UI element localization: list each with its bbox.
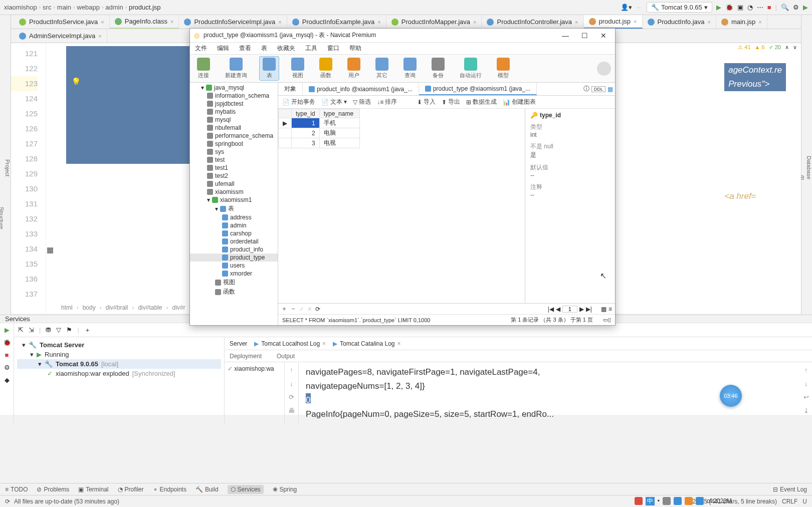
tray-app3[interactable] <box>685 497 693 505</box>
act-import[interactable]: ⬇导入 <box>417 98 436 106</box>
tray-dot[interactable]: • <box>658 497 660 504</box>
tool-query[interactable]: 查询 <box>400 57 420 80</box>
nvtab-objects[interactable]: 对象 <box>278 83 303 95</box>
tab-productinfo[interactable]: ProductInfo.java× <box>643 15 716 29</box>
btn-event-log[interactable]: ⊟ Event Log <box>773 486 807 493</box>
act-gendata[interactable]: ⊞数据生成 <box>466 98 497 106</box>
btn-build[interactable]: 🔨 Build <box>195 486 219 493</box>
db-node-jspjdbctest[interactable]: jspjdbctest <box>190 100 278 108</box>
profile-icon[interactable]: ◔ <box>747 4 753 11</box>
grid-icon[interactable]: ▦ <box>605 86 615 93</box>
db-node-视图[interactable]: 视图 <box>190 278 278 287</box>
bc-2[interactable]: main <box>57 4 71 11</box>
ide-run-icon[interactable]: ▶ <box>803 4 808 11</box>
ddl-icon[interactable]: DDL <box>591 86 605 92</box>
tool-backup[interactable]: 备份 <box>429 57 448 80</box>
navicat-db-tree[interactable]: ▾ java_mysql information_schema jspjdbct… <box>190 83 278 325</box>
db-node-xiaomissm[interactable]: xiaomissm <box>190 188 278 196</box>
bc-1[interactable]: src <box>43 4 51 11</box>
filter-icon[interactable]: ⛃ <box>46 326 51 334</box>
db-node-xiaomissm1[interactable]: ▾ xiaomissm1 <box>190 196 278 204</box>
form-view-icon[interactable]: ≡ <box>608 306 612 313</box>
floating-clock-badge[interactable]: 03:46 <box>720 385 742 407</box>
sync-icon[interactable]: ⟳ <box>5 498 10 505</box>
db-node-nbufemall[interactable]: nbufemall <box>190 124 278 132</box>
settings-icon[interactable]: ⚙ <box>793 4 799 11</box>
scroll-down-icon[interactable]: ↓ <box>804 380 808 387</box>
stop-icon[interactable]: ■ <box>767 4 771 11</box>
menu-fav[interactable]: 收藏夹 <box>277 44 295 53</box>
stop2-icon[interactable]: ■ <box>5 351 9 359</box>
bc-0[interactable]: xiaomishop <box>4 4 37 11</box>
tab-productinfoservice[interactable]: ProductInfoService.java× <box>14 15 110 29</box>
view-mode1-icon[interactable]: ▭ <box>603 317 608 323</box>
collapse-icon[interactable]: ⇲ <box>29 326 34 334</box>
db-node-address[interactable]: address <box>190 213 278 221</box>
act-chart[interactable]: 📊创建图表 <box>503 98 536 106</box>
toolwin-structure[interactable]: Structure <box>0 120 5 316</box>
commit-icon[interactable]: ✓ <box>299 306 304 313</box>
btn-terminal[interactable]: ▣ Terminal <box>78 486 108 493</box>
line-sep[interactable]: CRLF <box>782 498 797 505</box>
info-icon[interactable]: ⓘ <box>581 85 591 93</box>
db-node-orderdetail[interactable]: orderdetail <box>190 237 278 245</box>
tab-server[interactable]: Server <box>230 340 247 347</box>
add-icon[interactable]: ＋ <box>84 326 91 335</box>
tab-main-jsp[interactable]: main.jsp× <box>716 15 767 29</box>
down-icon[interactable]: ↓ <box>290 380 293 387</box>
menu-edit[interactable]: 编辑 <box>217 44 229 53</box>
menu-help[interactable]: 帮助 <box>349 44 361 53</box>
prev-page-icon[interactable]: ◀ <box>556 306 560 313</box>
btn-spring[interactable]: ❀ Spring <box>273 486 297 493</box>
menu-window[interactable]: 窗口 <box>327 44 339 53</box>
deploy-artifact[interactable]: ✓ xiaomishop:wa <box>228 365 281 372</box>
db-node-performance_schema[interactable]: performance_schema <box>190 132 278 140</box>
tab-productinfoexample[interactable]: ProductInfoExample.java× <box>287 15 386 29</box>
act-text[interactable]: 📄文本 ▾ <box>321 98 347 106</box>
close-button[interactable]: ✕ <box>596 32 611 40</box>
navicat-titlebar[interactable]: ◎ product_type @xiaomissm1 (java_mysql) … <box>190 29 615 43</box>
btn-profiler[interactable]: ◔ Profiler <box>118 486 144 493</box>
refresh-icon[interactable]: ⟳ <box>315 306 320 313</box>
more2-icon[interactable]: ◆ <box>5 376 10 384</box>
db-node-information_schema[interactable]: information_schema <box>190 92 278 100</box>
last-page-icon[interactable]: ▶| <box>586 306 592 313</box>
right-tool-strip[interactable]: Database m Maven <box>801 15 812 316</box>
tool-other[interactable]: 其它 <box>372 57 391 80</box>
tab-adminserviceimpl[interactable]: AdminServiceImpl.java× <box>14 29 107 43</box>
tool-model[interactable]: 模型 <box>494 57 513 80</box>
tray-app4[interactable] <box>696 497 704 505</box>
wrap-icon[interactable]: ↩ <box>803 393 809 401</box>
coverage-icon[interactable]: ▣ <box>737 4 743 11</box>
tool-func[interactable]: 函数 <box>316 57 335 80</box>
db-node-admin[interactable]: admin <box>190 221 278 229</box>
db-node-sys[interactable]: sys <box>190 148 278 156</box>
rerun-icon[interactable]: ▶ <box>5 326 10 334</box>
add-row-icon[interactable]: ＋ <box>281 305 287 313</box>
menu-tools[interactable]: 工具 <box>305 44 317 53</box>
user-icon[interactable]: 👤▾ <box>621 4 632 11</box>
back-icon[interactable]: ← <box>636 4 643 11</box>
act-sort[interactable]: ↓≡排序 <box>377 98 397 106</box>
db-node-表[interactable]: ▾ 表 <box>190 204 278 213</box>
bc-4[interactable]: admin <box>105 4 123 11</box>
nvtab-producttype[interactable]: product_type @xiaomissm1 (java_... <box>419 83 537 95</box>
db-node-mybatis[interactable]: mybatis <box>190 108 278 116</box>
editor-breadcrumb[interactable]: html› body› div#brall› div#table› div#r <box>61 302 185 314</box>
encoding[interactable]: U <box>802 498 807 505</box>
bc-3[interactable]: webapp <box>77 4 100 11</box>
tool-view[interactable]: 视图 <box>288 57 307 80</box>
next-page-icon[interactable]: ▶ <box>579 306 584 313</box>
tool-auto[interactable]: 自动运行 <box>457 57 485 80</box>
avatar-icon[interactable] <box>597 62 611 76</box>
db-node-test1[interactable]: test1 <box>190 164 278 172</box>
intention-bulb-icon[interactable]: 💡 <box>71 77 81 87</box>
del-row-icon[interactable]: － <box>290 305 296 313</box>
page-input[interactable] <box>562 306 577 313</box>
run-config-selector[interactable]: 🔧 Tomcat 9.0.65 ▾ <box>647 2 712 13</box>
btn-services[interactable]: ⬡ Services <box>228 485 264 494</box>
col-type-id[interactable]: type_id <box>292 109 320 118</box>
db-node-java_mysql[interactable]: ▾ java_mysql <box>190 84 278 92</box>
funnel-icon[interactable]: ▽ <box>56 326 61 334</box>
btn-todo[interactable]: ≡ TODO <box>5 486 28 493</box>
